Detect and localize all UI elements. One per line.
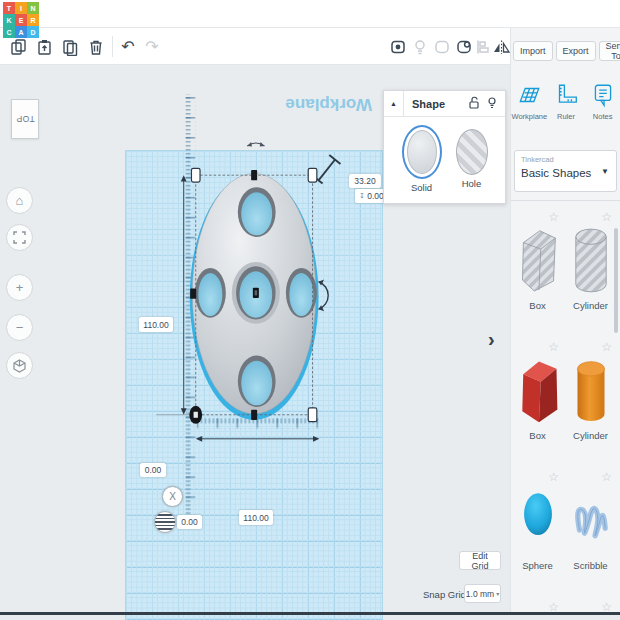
shape-center-handle[interactable] xyxy=(253,288,259,298)
panel-collapse-chevron[interactable]: › xyxy=(488,328,495,351)
tinkercad-logo[interactable]: T I N K E R C A D xyxy=(3,2,39,38)
redo-icon[interactable]: ↷ xyxy=(140,28,164,65)
hole-option[interactable]: Hole xyxy=(456,125,488,189)
z-height-label[interactable]: 33.20 xyxy=(349,174,381,188)
duplicate-icon[interactable] xyxy=(58,28,82,65)
box-red-thumb xyxy=(516,354,560,426)
rotate-handle-right[interactable] xyxy=(319,280,329,312)
dimension-width xyxy=(196,436,320,442)
rotate-handle-top[interactable] xyxy=(247,142,264,146)
logo-tile: R xyxy=(27,14,39,26)
shape-item-label: Sphere xyxy=(511,560,564,571)
favorite-star-icon[interactable]: ☆ xyxy=(548,210,559,224)
logo-tile: T xyxy=(3,2,15,14)
library-label: Tinkercad xyxy=(521,155,610,164)
hole-top xyxy=(238,187,276,237)
ruler-tool-label: Ruler xyxy=(557,112,575,121)
solid-option[interactable]: Solid xyxy=(402,125,442,193)
ruler-origin-handle[interactable] xyxy=(189,406,202,424)
favorite-star-icon[interactable]: ☆ xyxy=(548,340,559,354)
ruler-horizontal-ticks-major xyxy=(197,418,319,428)
import-button[interactable]: Import xyxy=(513,41,553,61)
inspector-title: Shape xyxy=(412,98,468,110)
group-icon[interactable] xyxy=(430,28,454,65)
dropdown-caret-icon: ▼ xyxy=(601,167,609,176)
shape-library-dropdown[interactable]: Tinkercad Basic Shapes ▼ xyxy=(514,150,617,192)
category-label: Basic Shapes xyxy=(521,167,610,179)
ruler-options-icon[interactable] xyxy=(154,511,176,533)
shape-item-sphere[interactable]: ☆ Sphere xyxy=(511,464,564,594)
undo-icon[interactable]: ↶ xyxy=(116,28,140,65)
favorite-star-icon[interactable]: ☆ xyxy=(601,340,612,354)
favorite-star-icon[interactable]: ☆ xyxy=(601,600,612,612)
right-sidebar: Import Export Send To Workplane Ruler xyxy=(510,28,620,613)
fit-view-button[interactable] xyxy=(6,224,33,251)
top-bar xyxy=(0,0,620,28)
dim-height-label[interactable]: 110.00 xyxy=(139,317,173,332)
zoom-out-button[interactable]: − xyxy=(6,314,33,341)
perspective-toggle-button[interactable] xyxy=(6,352,33,379)
dim-width-label[interactable]: 110.00 xyxy=(239,510,273,525)
ruler-tool[interactable]: Ruler xyxy=(549,82,583,121)
edit-grid-button[interactable]: Edit Grid xyxy=(459,551,501,570)
cylinder-orange-thumb xyxy=(573,354,609,426)
shape-item-label: Cylinder xyxy=(564,430,617,441)
shape-item-partial[interactable]: ☆ xyxy=(511,594,564,612)
hole-swatch xyxy=(456,129,488,175)
shape-item-label: Cylinder xyxy=(564,300,617,311)
snap-grid-dropdown[interactable]: 1.0 mm ▾ xyxy=(464,584,501,603)
edit-toolbar: ↶ ↷ xyxy=(0,28,510,65)
show-all-icon[interactable] xyxy=(386,28,410,65)
shape-item-cylinder-solid[interactable]: ☆ Cylinder xyxy=(564,334,617,464)
favorite-star-icon[interactable]: ☆ xyxy=(601,210,612,224)
gallery-scrollbar[interactable] xyxy=(614,228,618,333)
shape-item-label: Box xyxy=(511,300,564,311)
workplane-tool[interactable]: Workplane xyxy=(512,82,546,121)
shape-item-box-hole[interactable]: ☆ Box xyxy=(511,204,564,334)
scribble-thumb xyxy=(570,484,612,546)
shape-inspector-panel: ▲ Shape Solid Hole xyxy=(383,90,506,204)
logo-tile: A xyxy=(15,26,27,38)
home-view-button[interactable]: ⌂ xyxy=(6,187,33,214)
favorite-star-icon[interactable]: ☆ xyxy=(548,470,559,484)
axis-x-badge[interactable]: X xyxy=(162,486,183,507)
logo-tile: I xyxy=(15,2,27,14)
notes-icon xyxy=(590,82,616,108)
logo-tile: D xyxy=(27,26,39,38)
axis-x-label: X xyxy=(169,491,176,502)
favorite-star-icon[interactable]: ☆ xyxy=(601,470,612,484)
hide-lightbulb-icon[interactable] xyxy=(408,28,432,65)
window-bottom-edge xyxy=(0,612,620,615)
lightbulb-icon[interactable] xyxy=(486,95,498,113)
solid-swatch xyxy=(407,130,437,174)
favorite-star-icon[interactable]: ☆ xyxy=(548,600,559,612)
notes-tool-label: Notes xyxy=(593,112,613,121)
shape-item-partial[interactable]: ☆ xyxy=(564,594,617,612)
shape-item-label: Box xyxy=(511,430,564,441)
logo-tile: E xyxy=(15,14,27,26)
snap-grid-label: Snap Grid xyxy=(423,589,466,600)
z-height-handle[interactable] xyxy=(315,155,341,184)
shape-item-label: Scribble xyxy=(564,560,617,571)
view-cube[interactable]: TOP xyxy=(11,99,39,139)
zoom-in-button[interactable]: + xyxy=(6,274,33,301)
inspector-collapse-button[interactable]: ▲ xyxy=(384,91,404,116)
hole-label: Hole xyxy=(462,178,482,189)
toolbar-divider xyxy=(112,36,113,57)
shape-item-box-solid[interactable]: ☆ Box xyxy=(511,334,564,464)
view-cube-face-label: TOP xyxy=(16,114,35,124)
box-striped-thumb xyxy=(517,224,559,296)
delete-icon[interactable] xyxy=(84,28,108,65)
elevation-icon: ↧ xyxy=(359,192,365,200)
export-button[interactable]: Export xyxy=(556,41,596,61)
snap-grid-value: 1.0 mm xyxy=(466,589,494,599)
send-to-button[interactable]: Send To xyxy=(599,41,620,61)
shape-item-cylinder-hole[interactable]: ☆ Cylinder xyxy=(564,204,617,334)
ruler-origin-label[interactable]: 0.00 xyxy=(177,515,202,529)
unlock-icon[interactable] xyxy=(468,95,480,113)
notes-tool[interactable]: Notes xyxy=(586,82,620,121)
sphere-thumb xyxy=(518,484,558,546)
shape-item-scribble[interactable]: ☆ Scribble xyxy=(564,464,617,594)
cylinder-striped-thumb xyxy=(572,224,610,296)
baseline-label[interactable]: 0.00 xyxy=(140,463,166,477)
